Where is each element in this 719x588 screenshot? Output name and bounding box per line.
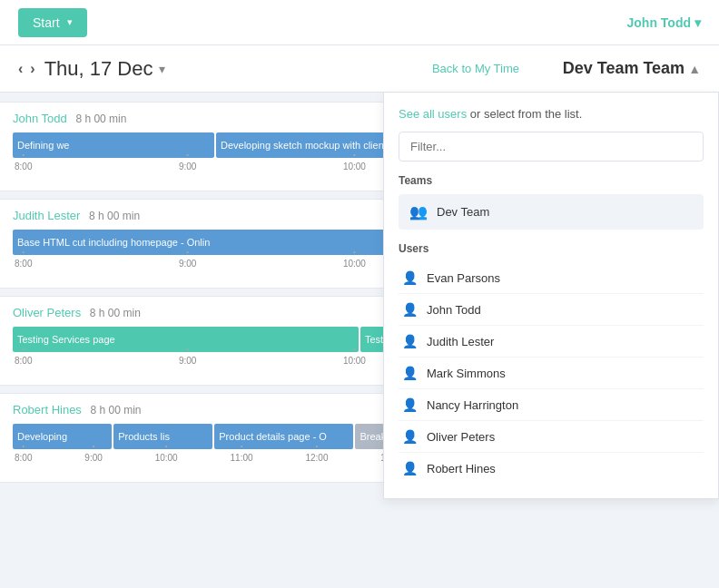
rh-time-900: 9:00	[84, 453, 102, 463]
oliver-name: Oliver Peters	[13, 306, 81, 319]
john-todd-name: John Todd	[13, 112, 67, 125]
back-to-my-time-link[interactable]: Back to My Time	[432, 62, 519, 75]
user-name-oliver: Oliver Peters	[427, 430, 495, 444]
time-900: 9:00	[179, 162, 196, 172]
user-item-nancy[interactable]: 👤 Nancy Harrington	[399, 389, 704, 421]
user-icon-judith: 👤	[402, 334, 418, 348]
bar-products-list: Products lis	[113, 424, 212, 449]
user-icon-oliver: 👤	[402, 429, 418, 444]
start-chevron: ▾	[67, 16, 73, 28]
top-nav: Start ▾ John Todd ▾	[0, 0, 719, 45]
bar-defining-we: Defining we	[13, 132, 214, 158]
dropdown-intro: See all users or select from the list.	[399, 107, 704, 121]
user-icon-mark: 👤	[402, 366, 418, 380]
jl-time-900: 9:00	[179, 259, 196, 269]
time-1000: 10:00	[343, 162, 366, 172]
jl-time-1000: 10:00	[343, 259, 366, 269]
team-icon: 👥	[409, 203, 428, 220]
next-date-button[interactable]: ›	[30, 61, 34, 77]
user-item-robert[interactable]: 👤 Robert Hines	[399, 453, 704, 484]
user-name-robert: Robert Hines	[427, 462, 496, 475]
user-list: 👤 Evan Parsons 👤 John Todd 👤 Judith Lest…	[399, 262, 704, 484]
robert-hours: 8 h 00 min	[91, 404, 142, 416]
rh-time-1100: 11:00	[231, 453, 253, 463]
robert-name: Robert Hines	[13, 403, 82, 416]
bar-developing: Developing	[13, 424, 112, 449]
user-item-oliver[interactable]: 👤 Oliver Peters	[399, 421, 704, 453]
user-icon-robert: 👤	[402, 461, 418, 475]
bar-product-details-1: Product details page - O	[214, 424, 353, 449]
team-dropdown-panel: See all users or select from the list. T…	[383, 93, 719, 499]
oliver-hours: 8 h 00 min	[90, 307, 141, 319]
team-chevron-icon: ▲	[688, 62, 701, 76]
see-all-users-link[interactable]: See all users	[399, 107, 467, 121]
team-name-label: Dev Team Team	[563, 59, 685, 78]
users-section-label: Users	[399, 242, 704, 255]
date-nav-arrows: ‹ ›	[18, 61, 35, 77]
teams-section-label: Teams	[399, 174, 704, 187]
op-time-800: 8:00	[15, 356, 32, 366]
op-time-1000: 10:00	[343, 356, 366, 366]
rh-time-800: 8:00	[15, 453, 32, 463]
rh-time-1200: 12:00	[305, 453, 328, 463]
dropdown-or-text: or select from the list.	[470, 107, 583, 121]
main-content: John Todd 8 h 00 min Defining we Develop…	[0, 93, 719, 588]
user-item-judith[interactable]: 👤 Judith Lester	[399, 326, 704, 358]
dev-team-item[interactable]: 👥 Dev Team	[399, 194, 704, 230]
prev-date-button[interactable]: ‹	[18, 61, 23, 77]
date-title[interactable]: Thu, 17 Dec ▾	[44, 57, 165, 81]
dev-team-label: Dev Team	[437, 205, 489, 219]
user-icon-evan: 👤	[402, 270, 418, 285]
user-label: John Todd	[627, 15, 692, 30]
filter-input[interactable]	[399, 132, 704, 162]
user-name-evan: Evan Parsons	[427, 271, 500, 285]
john-todd-hours: 8 h 00 min	[75, 113, 126, 125]
judith-name: Judith Lester	[13, 209, 80, 222]
op-time-900: 9:00	[179, 356, 196, 366]
date-text: Thu, 17 Dec	[44, 57, 153, 81]
start-button[interactable]: Start ▾	[18, 8, 87, 37]
rh-time-1000: 10:00	[155, 453, 178, 463]
user-name-nancy: Nancy Harrington	[427, 398, 518, 412]
judith-hours: 8 h 00 min	[89, 210, 140, 222]
user-menu[interactable]: John Todd ▾	[627, 15, 702, 30]
user-name-judith: Judith Lester	[427, 335, 494, 348]
time-800: 8:00	[15, 162, 32, 172]
team-selector[interactable]: Dev Team Team ▲	[563, 59, 701, 78]
user-icon-john: 👤	[402, 302, 418, 317]
jl-time-800: 8:00	[15, 259, 32, 269]
user-item-evan[interactable]: 👤 Evan Parsons	[399, 262, 704, 294]
user-item-mark[interactable]: 👤 Mark Simmons	[399, 358, 704, 389]
user-name-mark: Mark Simmons	[427, 367, 506, 380]
date-chevron-icon: ▾	[159, 62, 165, 76]
user-chevron: ▾	[694, 15, 701, 30]
date-nav: ‹ › Thu, 17 Dec ▾ Back to My Time Dev Te…	[0, 45, 719, 93]
user-item-john[interactable]: 👤 John Todd	[399, 294, 704, 326]
user-icon-nancy: 👤	[402, 397, 418, 412]
start-label: Start	[33, 15, 60, 30]
user-name-john: John Todd	[427, 303, 481, 317]
